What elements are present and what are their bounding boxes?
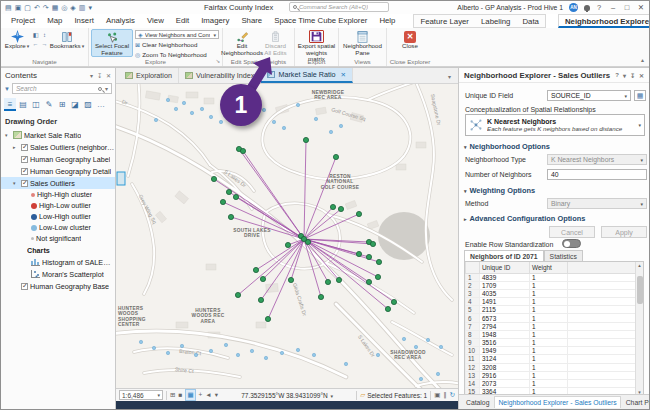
checkbox-icon[interactable]: [21, 168, 28, 175]
fixed-zoom-icon[interactable]: ↕: [40, 31, 49, 40]
list-by-snapping-icon[interactable]: ⊞: [56, 98, 68, 111]
table-row[interactable]: 217091: [466, 281, 643, 289]
map-icon[interactable]: ▦: [52, 2, 59, 13]
previous-extent-icon[interactable]: ←: [31, 40, 40, 49]
close-explorer-button[interactable]: ✕ Close: [395, 29, 425, 57]
swatch-icon[interactable]: ■: [178, 390, 182, 400]
customize-icon[interactable]: ▾: [88, 2, 92, 13]
row-standardization-toggle[interactable]: [562, 239, 581, 248]
close-view-icon[interactable]: ✕: [341, 71, 346, 79]
view-tab-exploration[interactable]: Exploration: [119, 68, 179, 83]
map-canvas[interactable]: NEWBRIDGEREC AREARESTONNATIONALGOLF COUR…: [116, 84, 458, 388]
close-button[interactable]: ✕: [636, 3, 646, 12]
tree-item-human-geography-label[interactable]: Human Geography Label: [1, 153, 115, 165]
checkbox-icon[interactable]: [21, 144, 28, 151]
ribbon-collapse-icon[interactable]: ▴: [641, 56, 644, 63]
column-header[interactable]: Unique ID: [480, 262, 530, 273]
table-row[interactable]: 935161: [466, 339, 643, 347]
close-pane-icon[interactable]: ✕: [639, 72, 644, 79]
menu-tab-view[interactable]: View: [141, 14, 170, 28]
command-search-input[interactable]: Command Search (Alt+Q): [289, 2, 389, 12]
section-neighborhood-options[interactable]: ▾Neighborhood Options: [464, 142, 550, 151]
list-by-perspective-icon[interactable]: ▨: [82, 98, 94, 111]
table-row[interactable]: 819481: [466, 330, 643, 338]
table-row[interactable]: 1019491: [466, 347, 643, 355]
table-row[interactable]: 1232081: [466, 363, 643, 371]
bookmarks-button[interactable]: Bookmarks▾: [49, 29, 85, 57]
column-header[interactable]: [466, 262, 480, 273]
view-tab-vulnerability-index[interactable]: Vulnerability Index: [179, 68, 261, 83]
menu-tab-space-time-cube-explorer[interactable]: Space Time Cube Explorer: [268, 14, 373, 28]
next-extent-icon[interactable]: →: [40, 40, 49, 49]
view-tabs-chevron-icon[interactable]: ▾: [448, 73, 451, 80]
pane-tab-catalog[interactable]: Catalog: [463, 397, 492, 408]
table-row[interactable]: 1420731: [466, 379, 643, 387]
pane-tab-chart-properties[interactable]: Chart Properties: [623, 397, 650, 408]
open-project-icon[interactable]: ▣: [15, 2, 22, 13]
section-advanced-options[interactable]: ▸Advanced Configuration Options: [464, 214, 585, 223]
section-weighting-options[interactable]: ▾Weighting Options: [464, 186, 535, 195]
view-neighbors-dropdown[interactable]: ◈ View Neighbors and Connections ▾: [135, 30, 219, 39]
table-scrollbar[interactable]: ▴▾: [635, 262, 643, 395]
unique-id-dropdown[interactable]: SOURCE_ID▾: [547, 90, 631, 101]
help-button[interactable]: ?: [594, 3, 604, 12]
field-options-icon[interactable]: ▦: [634, 90, 646, 101]
explore-button[interactable]: Explore▾: [3, 29, 31, 57]
list-by-editing-icon[interactable]: ✎: [43, 98, 55, 111]
grid-icon[interactable]: ⊞: [170, 390, 175, 400]
expander-icon[interactable]: ▾: [5, 132, 11, 138]
menu-tab-feature-layer[interactable]: Feature Layer: [414, 15, 475, 27]
checkbox-icon[interactable]: [21, 180, 28, 187]
overlay-icon[interactable]: ▣: [434, 390, 440, 400]
contents-search-input[interactable]: Search ▾: [12, 83, 112, 94]
more-options-icon[interactable]: …: [95, 98, 107, 111]
basemap-icon[interactable]: ▦: [185, 389, 195, 401]
tree-item-map[interactable]: ▾Market Sale Ratio: [1, 129, 115, 141]
menu-tab-analysis[interactable]: Analysis: [100, 14, 141, 28]
filter-icon[interactable]: ▼: [4, 86, 10, 92]
menu-tab-help[interactable]: Help: [373, 14, 401, 28]
table-row[interactable]: 727941: [466, 322, 643, 330]
locate-icon[interactable]: ◎: [61, 2, 67, 13]
pause-drawing-icon[interactable]: ∥: [443, 390, 446, 400]
layout-icon[interactable]: ▥: [79, 2, 86, 13]
tree-item-sales-outliers-neighborhood[interactable]: ▸Sales Outliers (neighborhood): [1, 141, 115, 153]
redo-icon[interactable]: ↷: [43, 2, 49, 13]
menu-tab-imagery[interactable]: Imagery: [195, 14, 235, 28]
save-icon[interactable]: ▤: [5, 2, 12, 13]
menu-tab-data[interactable]: Data: [516, 15, 544, 27]
export-spatial-weights-button[interactable]: Export spatial weights matrix: [297, 29, 336, 57]
maximize-button[interactable]: □: [622, 3, 632, 12]
menu-tab-share[interactable]: Share: [235, 14, 268, 28]
add-data-icon[interactable]: ◈: [70, 2, 75, 13]
explore-dialog-launcher-icon[interactable]: ↘: [215, 58, 220, 64]
chevron-down-icon[interactable]: ▾: [623, 72, 626, 79]
clear-neighborhood-button[interactable]: ⊠ Clear Neighborhood: [135, 40, 219, 49]
checkbox-icon[interactable]: [21, 156, 28, 163]
pin-icon[interactable]: ↧: [630, 72, 635, 79]
signed-in-user[interactable]: Alberto - GP Analysis - Prod Hive 1: [457, 4, 563, 11]
menu-tab-insert[interactable]: Insert: [68, 14, 100, 28]
menu-tab-labeling[interactable]: Labeling: [475, 15, 516, 27]
list-by-data-source-icon[interactable]: ▤: [17, 98, 29, 111]
flash-icon[interactable]: ◄: [205, 390, 211, 400]
more-icon[interactable]: ▾: [215, 390, 218, 400]
list-by-drawing-order-icon[interactable]: ≡: [4, 98, 16, 111]
chevron-down-icon[interactable]: ▾: [90, 72, 93, 79]
checkbox-icon[interactable]: [21, 283, 28, 290]
tree-item-sales-outliers[interactable]: ▾Sales Outliers: [1, 177, 115, 189]
notifications-button[interactable]: [584, 5, 590, 11]
tab-neighborhood-explorer[interactable]: Neighborhood Explorer: [558, 14, 650, 28]
menu-tab-map[interactable]: Map: [41, 14, 68, 28]
table-row[interactable]: 340351: [466, 289, 643, 297]
table-row[interactable]: 665731: [466, 314, 643, 322]
table-row[interactable]: 521151: [466, 306, 643, 314]
tree-item-human-geography-base[interactable]: Human Geography Base: [1, 280, 115, 292]
chart-item-moran-s-scatterplot[interactable]: Moran's Scatterplot: [1, 268, 115, 280]
minimize-button[interactable]: –: [608, 3, 618, 12]
menu-tab-edit[interactable]: Edit: [170, 14, 195, 28]
map-scale-dropdown[interactable]: 1:6,486▾: [119, 390, 163, 400]
pane-tab-neighborhood-explorer-sales-outliers[interactable]: Neighborhood Explorer - Sales Outliers: [494, 396, 620, 408]
neighborhood-pane-button[interactable]: Neighborhood Pane: [341, 29, 384, 57]
table-row[interactable]: 1131241: [466, 355, 643, 363]
